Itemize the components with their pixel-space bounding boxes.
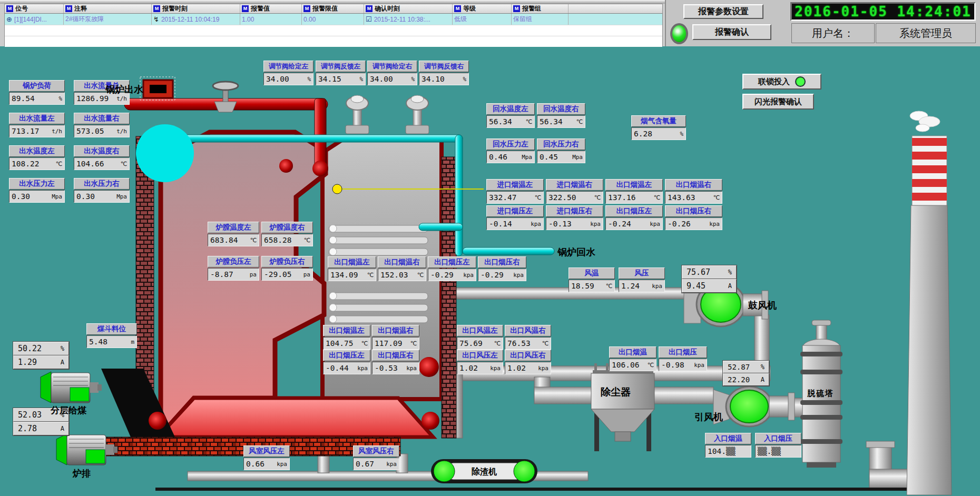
gauge-outlet-air-temp-right: 出口风温右76.53℃ bbox=[505, 325, 551, 350]
gauge-valve-set-right: 调节阀给定右34.00% bbox=[367, 61, 417, 85]
column-icon: M bbox=[242, 5, 249, 12]
ack-checkbox-icon: ☑ bbox=[366, 16, 372, 23]
id-fan bbox=[713, 386, 795, 426]
gauge-outlet-smoke-temp-right-mid: 出口烟温右152.03℃ bbox=[378, 256, 426, 281]
gauge-air-press: 风压1.24kpa bbox=[619, 267, 665, 292]
blower-label: 鼓风机 bbox=[748, 299, 777, 312]
gauge-furnace-temp-left: 炉膛温度左683.84℃ bbox=[208, 222, 259, 246]
gauge-outlet-smoke-temp-left-mid: 出口烟温左134.09℃ bbox=[328, 256, 376, 281]
gauge-outlet-air-temp-left: 出口风温左75.69℃ bbox=[457, 325, 503, 350]
col-header-alarm-limit[interactable]: M报警限值 bbox=[302, 4, 364, 13]
flash-alarm-ack-button[interactable]: 闪光报警确认 bbox=[742, 94, 814, 110]
gauge-outlet-smoke-press-left-mid: 出口烟压左-0.29kpa bbox=[428, 256, 476, 281]
alarm-row[interactable]: ⊕[1][144]DI... 2#循环泵故障 ↯2015-12-11 10:04… bbox=[5, 14, 662, 25]
username-label: 用户名： bbox=[791, 23, 875, 43]
gauge-out-temp-right: 出水温度右104.66℃ bbox=[74, 145, 130, 170]
gauge-furnace-press-right: 炉膛负压右-29.05pa bbox=[261, 256, 313, 281]
grate-label: 炉排 bbox=[73, 468, 91, 480]
gauge-inlet-smoke-press-right: 进口烟压右-0.13kpa bbox=[546, 205, 603, 230]
gauge-air-temp: 风温18.59℃ bbox=[569, 267, 615, 292]
alarm-table-header: M位号 M注释 M报警时刻 M报警值 M报警限值 M确认时刻 M等级 M报警组 bbox=[5, 4, 662, 14]
gauge-valve-fb-right: 调节阀反馈右34.10% bbox=[419, 61, 469, 85]
column-icon: M bbox=[65, 5, 72, 12]
alarm-table: M位号 M注释 M报警时刻 M报警值 M报警限值 M确认时刻 M等级 M报警组 … bbox=[4, 4, 663, 46]
gauge-outlet-smoke-press-left-hi: 出口烟压左-0.24kpa bbox=[605, 205, 663, 230]
coal-feeder-label: 分层给煤 bbox=[51, 404, 86, 416]
gauge-coal-hopper-level: 煤斗料位5.48m bbox=[86, 323, 137, 348]
chimney bbox=[907, 111, 952, 495]
gauge-chimney-inlet-smoke-press: 入口烟压▒▒.▒▒ bbox=[755, 433, 801, 458]
gauge-flue-oxygen: 烟气含氧量6.28% bbox=[631, 115, 686, 140]
slag-remover-label: 除渣机 bbox=[458, 467, 511, 478]
boiler-hmi-screen: { "alarm_table": { "header_icon": "M", "… bbox=[0, 0, 980, 496]
interlock-engage-button[interactable]: 联锁投入 bbox=[742, 74, 821, 90]
gauge-dc-outlet-smoke-temp: 出口烟温106.06℃ bbox=[609, 346, 656, 371]
gauge-return-temp-left: 回水温度左56.34℃ bbox=[486, 103, 535, 128]
gauge-furnace-temp-right: 炉膛温度右658.28℃ bbox=[261, 222, 313, 246]
trend-step-icon: ↯ bbox=[153, 16, 159, 23]
gauge-out-press-right: 出水压力右0.30Mpa bbox=[74, 178, 130, 203]
gauge-return-temp-right: 回水温度右56.34℃ bbox=[537, 103, 585, 128]
alarm-param-settings-button[interactable]: 报警参数设置 bbox=[683, 4, 763, 19]
gauge-outlet-smoke-press-right-lo: 出口烟压右-0.53kpa bbox=[372, 350, 419, 374]
gauge-windbox-press-right: 风室风压右0.67kpa bbox=[353, 445, 399, 470]
gauge-outlet-smoke-temp-right-lo: 出口烟温右117.09℃ bbox=[372, 325, 419, 350]
gauge-inlet-smoke-press-left: 进口烟压左-0.14kpa bbox=[486, 205, 544, 230]
gauge-windbox-press-left: 风室风压左0.66kpa bbox=[243, 445, 290, 470]
col-header-comment[interactable]: M注释 bbox=[64, 4, 152, 13]
interlock-label: 联锁投入 bbox=[758, 77, 790, 87]
gate-valve bbox=[213, 82, 238, 112]
col-header-group[interactable]: M报警组 bbox=[512, 4, 569, 13]
alarm-banner: M位号 M注释 M报警时刻 M报警值 M报警限值 M确认时刻 M等级 M报警组 … bbox=[0, 0, 980, 46]
col-header-ack-time[interactable]: M确认时刻 bbox=[364, 4, 453, 13]
col-header-alarm-time[interactable]: M报警时刻 bbox=[152, 4, 240, 13]
alarm-ack-button[interactable]: 报警确认 bbox=[692, 24, 771, 40]
gauge-outlet-air-press-left: 出口风压左1.02kpa bbox=[457, 350, 503, 374]
datetime-display: 2016-01-05 14:24:01 bbox=[790, 2, 976, 21]
alarm-row-empty bbox=[5, 25, 662, 36]
smoke-puffs bbox=[910, 111, 940, 132]
column-icon: M bbox=[366, 5, 373, 12]
gauge-out-temp-left: 出水温度左108.22℃ bbox=[9, 145, 65, 170]
column-icon: M bbox=[303, 5, 310, 12]
gauge-out-press-left: 出水压力左0.30Mpa bbox=[9, 178, 65, 203]
desulfur-tower-label: 脱硫塔 bbox=[807, 389, 834, 399]
column-icon: M bbox=[153, 5, 160, 12]
column-icon: M bbox=[454, 5, 461, 12]
gauge-outlet-smoke-temp-left-lo: 出口烟温左104.75℃ bbox=[323, 325, 370, 350]
steam-drum bbox=[136, 124, 194, 182]
interlock-status-lamp bbox=[795, 76, 806, 87]
coal-feeder-motor bbox=[41, 372, 102, 403]
gauge-outlet-smoke-press-right-hi: 出口烟压右-0.26kpa bbox=[665, 205, 722, 230]
gauge-outlet-smoke-temp-right-hi: 出口烟温右143.63℃ bbox=[665, 179, 722, 204]
gauge-outlet-smoke-press-left-lo: 出口烟压左-0.44kpa bbox=[323, 350, 370, 374]
username-value: 系统管理员 bbox=[876, 23, 976, 43]
column-icon: M bbox=[513, 5, 520, 12]
gauge-dc-outlet-smoke-press: 出口烟压-0.98kpa bbox=[659, 346, 707, 371]
boiler-body bbox=[94, 132, 456, 456]
safety-valve-1 bbox=[346, 95, 369, 134]
boiler-outlet-label: 锅炉出水 bbox=[105, 83, 143, 96]
col-header-level[interactable]: M等级 bbox=[453, 4, 512, 13]
tube-bank-lower bbox=[329, 292, 428, 323]
tube-bank-upper bbox=[329, 225, 428, 255]
alarm-row-empty bbox=[5, 36, 662, 47]
col-header-alarm-value[interactable]: M报警值 bbox=[240, 4, 302, 13]
gauge-outlet-smoke-press-right-mid: 出口烟压右-0.29kpa bbox=[478, 256, 526, 281]
id-fan-label: 引风机 bbox=[694, 411, 723, 423]
gauge-return-press-left: 回水压力左0.46Mpa bbox=[486, 138, 535, 163]
gauge-inlet-smoke-temp-left: 进口烟温左332.47℃ bbox=[486, 179, 544, 204]
alarm-bell-icon: ⊕ bbox=[6, 16, 12, 23]
alarm-ack-lamp bbox=[670, 23, 688, 44]
alarm-banner-scroll-strip[interactable] bbox=[0, 0, 665, 4]
safety-valve-2 bbox=[406, 95, 429, 134]
dust-collector bbox=[591, 363, 654, 451]
gauge-inlet-smoke-temp-right: 进口烟温右322.50℃ bbox=[546, 179, 603, 204]
column-icon: M bbox=[6, 5, 13, 12]
col-header-filler bbox=[569, 4, 662, 13]
gauge-out-flow-left: 出水流量左713.17t/h bbox=[9, 113, 65, 137]
gauge-boiler-load: 锅炉负荷89.54% bbox=[9, 80, 65, 105]
outlet-device bbox=[140, 77, 175, 100]
gauge-outlet-air-press-right: 出口风压右1.02kpa bbox=[505, 350, 551, 374]
col-header-tag[interactable]: M位号 bbox=[5, 4, 64, 13]
